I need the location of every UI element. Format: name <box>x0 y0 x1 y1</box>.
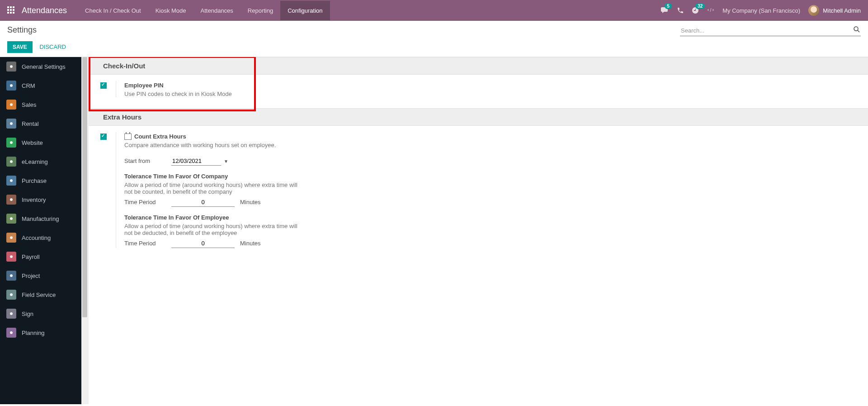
svg-point-27 <box>10 293 13 296</box>
svg-point-13 <box>10 160 13 163</box>
tolerance-company-period-input[interactable] <box>171 198 235 207</box>
svg-point-5 <box>10 84 13 87</box>
sidebar-item-rental[interactable]: Rental <box>0 114 81 133</box>
employee-pin-title: Employee PIN <box>124 82 432 89</box>
sidebar-item-planning[interactable]: Planning <box>0 323 81 342</box>
svg-point-21 <box>10 236 13 239</box>
sidebar-item-label: Rental <box>22 120 39 127</box>
sidebar-item-inventory[interactable]: Inventory <box>0 190 81 209</box>
conversations-icon[interactable]: 5 <box>661 7 669 14</box>
tolerance-company-period-label: Time Period <box>124 199 166 205</box>
conversations-badge: 5 <box>665 3 672 9</box>
count-extra-hours-checkbox[interactable] <box>100 134 107 140</box>
phone-icon[interactable] <box>677 7 684 14</box>
employee-pin-checkbox[interactable] <box>100 82 107 89</box>
count-extra-hours-desc: Compare attendance with working hours se… <box>124 142 432 148</box>
sidebar-item-general-settings[interactable]: General Settings <box>0 57 81 76</box>
sidebar-item-payroll[interactable]: Payroll <box>0 247 81 266</box>
start-from-input[interactable] <box>171 157 221 166</box>
section-checkin-header: Check-In/Out <box>89 57 868 75</box>
sidebar-item-label: eLearning <box>22 158 48 165</box>
svg-line-1 <box>858 30 859 32</box>
activities-icon[interactable]: 32 <box>692 7 699 14</box>
sidebar-item-label: Manufacturing <box>22 215 59 222</box>
tolerance-employee-desc: Allow a period of time (around working h… <box>124 223 305 236</box>
section-extra-header: Extra Hours <box>89 108 868 126</box>
scrollbar-track[interactable] <box>81 57 89 404</box>
sidebar-item-label: Payroll <box>22 253 40 260</box>
user-menu[interactable]: Mitchell Admin <box>808 5 861 16</box>
sidebar-item-website[interactable]: Website <box>0 133 81 152</box>
svg-point-0 <box>854 27 858 31</box>
section-extra-title: Extra Hours <box>103 113 854 121</box>
search-icon[interactable] <box>854 26 860 33</box>
page-title: Settings <box>7 25 37 35</box>
sidebar-icon <box>6 157 16 167</box>
company-selector[interactable]: My Company (San Francisco) <box>722 7 800 14</box>
tolerance-company-unit: Minutes <box>240 199 261 205</box>
svg-point-3 <box>10 65 13 68</box>
app-brand[interactable]: Attendances <box>22 6 67 15</box>
sidebar-item-field-service[interactable]: Field Service <box>0 285 81 304</box>
sidebar-icon <box>6 176 16 186</box>
sidebar-item-label: General Settings <box>22 63 66 70</box>
tolerance-employee-period-label: Time Period <box>124 240 166 247</box>
scrollbar-thumb[interactable] <box>82 57 87 317</box>
sidebar-icon <box>6 290 16 300</box>
sidebar-icon <box>6 100 16 110</box>
sidebar-item-elearning[interactable]: eLearning <box>0 152 81 171</box>
svg-point-19 <box>10 217 13 220</box>
sidebar-item-accounting[interactable]: Accounting <box>0 228 81 247</box>
sidebar-item-sales[interactable]: Sales <box>0 95 81 114</box>
sidebar-icon <box>6 309 16 319</box>
svg-point-29 <box>10 312 13 315</box>
debug-icon[interactable] <box>707 7 714 14</box>
sidebar-item-label: Sign <box>22 310 33 317</box>
sidebar-icon <box>6 214 16 224</box>
apps-icon[interactable] <box>7 6 15 14</box>
nav-menus: Check In / Check Out Kiosk Mode Attendan… <box>78 1 330 20</box>
svg-point-17 <box>10 198 13 201</box>
sidebar-item-sign[interactable]: Sign <box>0 304 81 323</box>
tolerance-employee-period-input[interactable] <box>171 239 235 248</box>
sidebar-item-label: CRM <box>22 82 35 89</box>
top-nav: Attendances Check In / Check Out Kiosk M… <box>0 0 868 21</box>
activities-badge: 32 <box>695 3 705 9</box>
sidebar-item-manufacturing[interactable]: Manufacturing <box>0 209 81 228</box>
sidebar-item-label: Project <box>22 272 40 279</box>
sidebar-item-label: Planning <box>22 330 45 336</box>
svg-point-7 <box>10 103 13 106</box>
search-input[interactable] <box>680 25 861 36</box>
sidebar-icon <box>6 62 16 72</box>
settings-sidebar: General SettingsCRMSalesRentalWebsiteeLe… <box>0 57 81 404</box>
menu-configuration[interactable]: Configuration <box>280 1 330 20</box>
menu-attendances[interactable]: Attendances <box>193 1 241 20</box>
svg-point-31 <box>10 331 13 334</box>
tolerance-employee-title: Tolerance Time In Favor Of Employee <box>124 214 432 221</box>
section-checkin-title: Check-In/Out <box>103 62 854 70</box>
sidebar-icon <box>6 328 16 338</box>
sidebar-item-crm[interactable]: CRM <box>0 76 81 95</box>
sidebar-icon <box>6 233 16 243</box>
menu-checkin[interactable]: Check In / Check Out <box>78 1 148 20</box>
sidebar-item-purchase[interactable]: Purchase <box>0 171 81 190</box>
count-extra-hours-title: Count Extra Hours <box>124 133 432 140</box>
sidebar-icon <box>6 81 16 91</box>
sidebar-icon <box>6 271 16 281</box>
menu-reporting[interactable]: Reporting <box>241 1 280 20</box>
sidebar-item-label: Sales <box>22 101 37 108</box>
discard-button[interactable]: DISCARD <box>34 41 71 53</box>
tolerance-employee-unit: Minutes <box>240 240 261 247</box>
start-from-label: Start from <box>124 158 166 164</box>
sidebar-item-project[interactable]: Project <box>0 266 81 285</box>
save-button[interactable]: SAVE <box>7 41 33 53</box>
svg-point-11 <box>10 141 13 144</box>
sidebar-item-label: Field Service <box>22 291 56 298</box>
svg-point-9 <box>10 122 13 125</box>
sidebar-item-label: Purchase <box>22 177 47 184</box>
sidebar-icon <box>6 138 16 148</box>
sidebar-item-label: Website <box>22 139 43 146</box>
start-from-dropdown-icon[interactable]: ▼ <box>224 159 228 164</box>
sidebar-icon <box>6 119 16 129</box>
menu-kiosk[interactable]: Kiosk Mode <box>148 1 193 20</box>
